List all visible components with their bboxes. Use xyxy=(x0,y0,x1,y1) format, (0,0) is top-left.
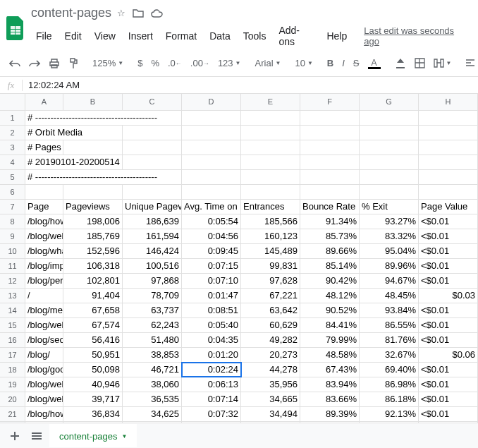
cell[interactable]: 0:02:24 xyxy=(182,363,241,377)
cell[interactable]: 198,006 xyxy=(63,214,123,229)
text-color-button[interactable]: A xyxy=(364,55,384,72)
cell[interactable]: Page xyxy=(25,200,63,214)
fontsize-dropdown[interactable]: 10 ▼ xyxy=(291,56,316,71)
cell[interactable]: 152,596 xyxy=(63,244,123,258)
add-sheet-button[interactable] xyxy=(6,427,24,445)
cell[interactable]: 44,278 xyxy=(241,363,300,377)
cell[interactable]: 83.94% xyxy=(300,377,360,392)
row-header[interactable]: 11 xyxy=(0,259,25,273)
cell[interactable]: Pageviews xyxy=(63,200,123,214)
cell[interactable] xyxy=(182,140,241,155)
cell[interactable]: Page Value xyxy=(419,200,478,214)
row-header[interactable]: 5 xyxy=(0,170,25,184)
cell[interactable]: 0:07:15 xyxy=(182,259,241,273)
cell[interactable]: 63,737 xyxy=(123,303,182,317)
row-header[interactable]: 4 xyxy=(0,155,25,169)
cell[interactable] xyxy=(419,111,478,125)
cell[interactable] xyxy=(419,126,478,140)
cell[interactable]: 97,628 xyxy=(241,274,300,288)
bold-button[interactable]: B xyxy=(324,55,337,71)
cell[interactable]: 34,665 xyxy=(241,392,300,406)
cell[interactable]: 56,416 xyxy=(63,333,123,347)
row-header[interactable]: 3 xyxy=(0,140,25,155)
cell[interactable]: 62,243 xyxy=(123,318,182,332)
cell[interactable] xyxy=(300,170,360,184)
print-button[interactable] xyxy=(45,56,63,71)
cell[interactable]: 90.42% xyxy=(300,274,360,288)
column-header-D[interactable]: D xyxy=(182,94,241,110)
cell[interactable]: 0:06:13 xyxy=(182,377,241,392)
cell[interactable]: 60,629 xyxy=(241,318,300,332)
cell[interactable] xyxy=(241,170,300,184)
cell[interactable]: 83.32% xyxy=(360,229,419,243)
cell[interactable] xyxy=(182,126,241,140)
cell[interactable] xyxy=(419,155,478,169)
cell[interactable] xyxy=(360,155,419,169)
cell[interactable]: 38,853 xyxy=(123,348,182,362)
cell[interactable] xyxy=(360,170,419,184)
cell[interactable]: 106,318 xyxy=(63,259,123,273)
cell[interactable]: 0:04:35 xyxy=(182,333,241,347)
cell[interactable]: 69.40% xyxy=(360,363,419,377)
sheets-logo[interactable] xyxy=(6,15,25,42)
cell[interactable] xyxy=(300,126,360,140)
cell[interactable]: <$0.01 xyxy=(419,392,478,406)
cell[interactable]: 86.55% xyxy=(360,318,419,332)
percent-button[interactable]: % xyxy=(147,55,163,71)
cell[interactable]: 81.76% xyxy=(360,333,419,347)
cell[interactable]: 0:09:45 xyxy=(182,244,241,258)
cell[interactable] xyxy=(123,155,182,169)
cell[interactable]: Unique Pageviews xyxy=(123,200,182,214)
cell[interactable]: 83.66% xyxy=(300,392,360,406)
row-header[interactable]: 15 xyxy=(0,318,25,332)
cell[interactable]: <$0.01 xyxy=(419,333,478,347)
cell[interactable]: <$0.01 xyxy=(419,244,478,258)
menu-edit[interactable]: Edit xyxy=(60,28,87,44)
menu-format[interactable]: Format xyxy=(161,28,202,44)
cell[interactable]: 51,480 xyxy=(123,333,182,347)
cell[interactable]: 40,946 xyxy=(63,377,123,392)
cell[interactable] xyxy=(25,185,63,199)
cell[interactable]: 93.84% xyxy=(360,303,419,317)
cell[interactable]: Bounce Rate xyxy=(300,200,360,214)
decrease-decimal-button[interactable]: .0← xyxy=(164,55,185,71)
cell[interactable]: /blog/how xyxy=(25,214,63,229)
select-all-corner[interactable] xyxy=(0,94,25,110)
cell[interactable]: 67,221 xyxy=(241,289,300,303)
cell[interactable]: 145,489 xyxy=(241,244,300,258)
cell[interactable]: 79.99% xyxy=(300,333,360,347)
cell[interactable]: 102,801 xyxy=(63,274,123,288)
column-header-B[interactable]: B xyxy=(63,94,123,110)
menu-view[interactable]: View xyxy=(90,28,121,44)
cell[interactable] xyxy=(300,140,360,155)
column-header-A[interactable]: A xyxy=(25,94,63,110)
row-header[interactable]: 6 xyxy=(0,185,25,199)
cell[interactable]: # --------------------------------------… xyxy=(25,111,63,125)
cell[interactable]: 0:07:14 xyxy=(182,392,241,406)
cell[interactable]: /blog/wha xyxy=(25,244,63,258)
cell[interactable]: 185,566 xyxy=(241,214,300,229)
merge-button[interactable]: ▼ xyxy=(430,56,455,70)
column-header-G[interactable]: G xyxy=(360,94,419,110)
cell[interactable]: /blog/web xyxy=(25,318,63,332)
cell[interactable]: <$0.01 xyxy=(419,303,478,317)
row-header[interactable]: 20 xyxy=(0,392,25,406)
cell[interactable]: /blog/goog xyxy=(25,363,63,377)
move-folder-icon[interactable] xyxy=(133,8,144,18)
cloud-status-icon[interactable] xyxy=(151,9,164,18)
cell[interactable]: <$0.01 xyxy=(419,274,478,288)
cell[interactable]: 91,404 xyxy=(63,289,123,303)
strikethrough-button[interactable]: S xyxy=(350,55,363,71)
cell[interactable]: 95.04% xyxy=(360,244,419,258)
cell[interactable] xyxy=(241,126,300,140)
formula-input[interactable]: 12:02:24 AM xyxy=(23,80,478,90)
cell[interactable]: 50,951 xyxy=(63,348,123,362)
cell[interactable]: 92.13% xyxy=(360,407,419,421)
cell[interactable] xyxy=(241,140,300,155)
cell[interactable]: 67,574 xyxy=(63,318,123,332)
row-header[interactable]: 17 xyxy=(0,348,25,362)
column-header-C[interactable]: C xyxy=(123,94,182,110)
cell[interactable]: 0:07:32 xyxy=(182,407,241,421)
row-header[interactable]: 21 xyxy=(0,407,25,421)
cell[interactable]: 38,060 xyxy=(123,377,182,392)
